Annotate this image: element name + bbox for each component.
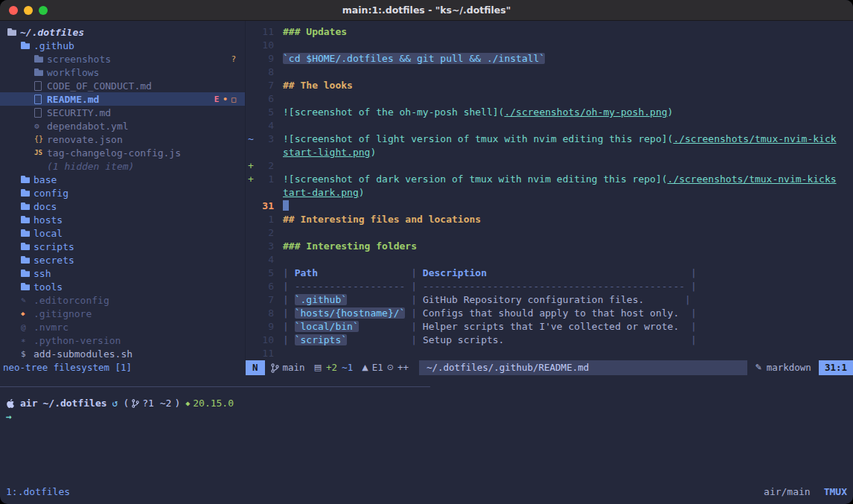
line-number: 5 <box>256 267 274 280</box>
line-number: 10 <box>256 334 274 347</box>
editor-line[interactable]: 11### Updates <box>246 25 853 39</box>
editor-line[interactable]: tart-dark.png) <box>246 186 853 200</box>
tree-item--1-hidden-item-[interactable]: (1 hidden item) <box>0 159 245 173</box>
segment-link: ./screenshots/oh-my-posh.png <box>504 106 667 118</box>
folder-icon <box>34 68 47 76</box>
terminal-pane[interactable]: air ~/.dotfiles ↺ ( ?1 ~2 ) ◆ 20.15.0 <box>0 387 853 504</box>
editor-line[interactable]: 7## The looks <box>246 79 853 92</box>
gitsign-column <box>246 320 256 334</box>
tmux-label: TMUX <box>824 486 847 497</box>
editor-line[interactable]: 6| ------------------- | ---------------… <box>246 280 853 293</box>
editor-line[interactable]: +2 <box>246 159 853 173</box>
tree-item-readme.md[interactable]: README.mdE•□ <box>0 92 245 106</box>
segment-th: Description <box>423 267 487 278</box>
tree-item-label: local <box>33 228 63 239</box>
tree-item-.github[interactable]: .github <box>0 39 245 52</box>
editor-line[interactable]: 4 <box>246 119 853 133</box>
tree-item-renovate.json[interactable]: {}renovate.json <box>0 133 245 146</box>
cwd: ~/.dotfiles <box>42 398 106 409</box>
tree-item-ssh[interactable]: ssh <box>0 267 245 280</box>
file-icon <box>34 95 47 104</box>
tmux-split <box>0 375 853 387</box>
line-text <box>274 200 289 213</box>
tree-item-docs[interactable]: docs <box>0 200 245 213</box>
tree-item-tag-changelog-config.js[interactable]: JStag-changelog-config.js <box>0 146 245 159</box>
editor-line[interactable]: 8 <box>246 66 853 79</box>
tree-item-.python-version[interactable]: ∗.python-version <box>0 334 245 347</box>
tree-item-local[interactable]: local <box>0 226 245 240</box>
diff-icon: ▤ <box>314 360 322 375</box>
line-text <box>274 253 283 267</box>
segment-pipe: | <box>685 281 697 292</box>
segment-text: Setup scripts. <box>423 334 505 345</box>
tmux-window-tab[interactable]: 1:.dotfiles <box>6 486 70 497</box>
traffic-lights <box>9 0 48 20</box>
line-number: 11 <box>256 347 274 360</box>
tree-item-add-submodules.sh[interactable]: $add-submodules.sh <box>0 347 245 360</box>
git-status-counts: ?1 ~2 <box>142 398 171 409</box>
line-text: ## The looks <box>274 79 353 92</box>
zoom-button[interactable] <box>39 6 48 15</box>
segment-sp <box>487 267 685 278</box>
editor-line[interactable]: ~3![screenshot of light version of tmux … <box>246 133 853 146</box>
filetype-icon: ✎ <box>755 360 761 375</box>
editor-line[interactable]: 8| `hosts/{hostname}/` | Configs that sh… <box>246 307 853 320</box>
neo-tree-sidebar[interactable]: ~/.dotfiles.githubscreenshots?workflowsC… <box>0 21 246 360</box>
tree-item-base[interactable]: base <box>0 173 245 186</box>
editor-line[interactable]: 9| `local/bin` | Helper scripts that I'v… <box>246 320 853 334</box>
line-number: 3 <box>256 133 274 146</box>
gitsign-column <box>246 119 256 133</box>
editor-line[interactable]: 10| `scripts` | Setup scripts. | <box>246 334 853 347</box>
hostname: air <box>20 398 37 409</box>
git-branch-name: main <box>283 360 305 375</box>
editor-line[interactable]: 6 <box>246 92 853 106</box>
editor-line[interactable]: 1## Interesting files and locations <box>246 213 853 226</box>
editor-line[interactable]: 11 <box>246 347 853 360</box>
tree-item-screenshots[interactable]: screenshots? <box>0 52 245 66</box>
line-number: 8 <box>256 307 274 320</box>
gitsign-column <box>246 25 256 39</box>
editor-line[interactable]: 9`cd $HOME/.dotfiles && git pull && ./in… <box>246 52 853 66</box>
tree-item-tools[interactable]: tools <box>0 280 245 293</box>
minimize-button[interactable] <box>24 6 33 15</box>
editor-line[interactable]: 5| Path | Description | <box>246 267 853 280</box>
file-path: ~/.dotfiles/.github/README.md <box>419 360 747 375</box>
editor-line[interactable]: 7| `.github` | GitHub Repository configu… <box>246 293 853 307</box>
editor-buffer: 11### Updates 10 9`cd $HOME/.dotfiles &&… <box>246 25 853 360</box>
editor-line[interactable]: 3### Interesting folders <box>246 240 853 253</box>
tree-item-scripts[interactable]: scripts <box>0 240 245 253</box>
apple-icon <box>6 398 15 409</box>
gitsign-column <box>246 267 256 280</box>
tree-item-config[interactable]: config <box>0 186 245 200</box>
gitsign-column <box>246 280 256 293</box>
close-button[interactable] <box>9 6 18 15</box>
segment-h2: ## The looks <box>283 80 353 91</box>
tree-item-hosts[interactable]: hosts <box>0 213 245 226</box>
editor-line[interactable]: 4 <box>246 253 853 267</box>
tree-item-security.md[interactable]: SECURITY.md <box>0 106 245 119</box>
tree-item-secrets[interactable]: secrets <box>0 253 245 267</box>
gitsign-column <box>246 92 256 106</box>
git-branch[interactable]: main <box>265 360 311 375</box>
editor-line[interactable]: 5![screenshot of the oh-my-posh shell](.… <box>246 106 853 119</box>
tree-item--.dotfiles[interactable]: ~/.dotfiles <box>0 25 245 39</box>
editor-line[interactable]: 31 <box>246 200 853 213</box>
segment-pipe: | <box>685 321 697 332</box>
tree-item-.gitignore[interactable]: ◆.gitignore <box>0 307 245 320</box>
folder-icon <box>21 216 33 223</box>
folder-open-icon <box>21 42 33 49</box>
tree-item-.nvmrc[interactable]: @.nvmrc <box>0 320 245 334</box>
tree-item-workflows[interactable]: workflows <box>0 66 245 79</box>
segment-sp <box>504 334 685 345</box>
segment-link: ./screenshots/tmux-nvim-kick <box>673 133 836 144</box>
tree-item-code-of-conduct.md[interactable]: CODE_OF_CONDUCT.md <box>0 79 245 92</box>
tree-item-.editorconfig[interactable]: ✎.editorconfig <box>0 293 245 307</box>
titlebar: main:1:.dotfiles - "ks~/.dotfiles" <box>0 0 853 21</box>
editor-line[interactable]: start-light.png) <box>246 146 853 159</box>
tree-item-dependabot.yml[interactable]: ⚙dependabot.yml <box>0 119 245 133</box>
editor-line[interactable]: 2 <box>246 226 853 240</box>
line-number: 4 <box>256 253 274 267</box>
editor-line[interactable]: +1![screenshot of dark version of tmux w… <box>246 173 853 186</box>
editor-line[interactable]: 10 <box>246 39 853 52</box>
editor[interactable]: 11### Updates 10 9`cd $HOME/.dotfiles &&… <box>246 21 853 360</box>
